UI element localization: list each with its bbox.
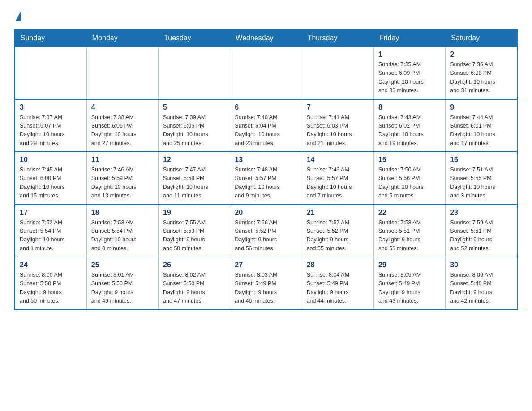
day-number: 22 <box>378 209 441 217</box>
calendar-day-cell: 23Sunrise: 7:59 AM Sunset: 5:51 PM Dayli… <box>446 205 517 257</box>
day-info: Sunrise: 7:51 AM Sunset: 5:55 PM Dayligh… <box>450 166 512 201</box>
day-number: 12 <box>163 156 225 164</box>
day-number: 15 <box>378 156 441 164</box>
day-info: Sunrise: 7:59 AM Sunset: 5:51 PM Dayligh… <box>450 218 512 253</box>
day-number: 30 <box>450 261 512 269</box>
day-number: 1 <box>378 51 441 59</box>
day-number: 25 <box>91 261 154 269</box>
day-number: 16 <box>450 156 512 164</box>
weekday-header-wednesday: Wednesday <box>230 29 302 47</box>
day-number: 11 <box>91 156 154 164</box>
calendar-day-cell: 21Sunrise: 7:57 AM Sunset: 5:52 PM Dayli… <box>302 205 373 257</box>
day-number: 6 <box>235 103 297 111</box>
weekday-header-sunday: Sunday <box>15 29 86 47</box>
calendar-day-cell <box>230 47 302 99</box>
day-info: Sunrise: 7:46 AM Sunset: 5:59 PM Dayligh… <box>91 166 154 201</box>
calendar-day-cell: 29Sunrise: 8:05 AM Sunset: 5:49 PM Dayli… <box>373 257 445 310</box>
weekday-header-row: SundayMondayTuesdayWednesdayThursdayFrid… <box>15 29 517 47</box>
calendar-day-cell: 30Sunrise: 8:06 AM Sunset: 5:48 PM Dayli… <box>446 257 517 310</box>
day-info: Sunrise: 7:49 AM Sunset: 5:57 PM Dayligh… <box>307 166 369 201</box>
day-number: 18 <box>91 209 154 217</box>
calendar-table: SundayMondayTuesdayWednesdayThursdayFrid… <box>14 29 518 310</box>
day-info: Sunrise: 7:39 AM Sunset: 6:05 PM Dayligh… <box>163 113 225 148</box>
day-info: Sunrise: 7:37 AM Sunset: 6:07 PM Dayligh… <box>20 113 82 148</box>
calendar-day-cell: 25Sunrise: 8:01 AM Sunset: 5:50 PM Dayli… <box>86 257 158 310</box>
day-number: 23 <box>450 209 512 217</box>
calendar-day-cell: 20Sunrise: 7:56 AM Sunset: 5:52 PM Dayli… <box>230 205 302 257</box>
day-info: Sunrise: 7:58 AM Sunset: 5:51 PM Dayligh… <box>378 218 441 253</box>
day-info: Sunrise: 8:00 AM Sunset: 5:50 PM Dayligh… <box>20 271 82 306</box>
day-info: Sunrise: 7:45 AM Sunset: 6:00 PM Dayligh… <box>20 166 82 201</box>
weekday-header-thursday: Thursday <box>302 29 373 47</box>
day-number: 10 <box>20 156 82 164</box>
calendar-day-cell: 1Sunrise: 7:35 AM Sunset: 6:09 PM Daylig… <box>373 47 445 99</box>
calendar-day-cell: 5Sunrise: 7:39 AM Sunset: 6:05 PM Daylig… <box>159 99 230 152</box>
day-info: Sunrise: 7:35 AM Sunset: 6:09 PM Dayligh… <box>378 60 441 95</box>
day-number: 19 <box>163 209 225 217</box>
calendar-day-cell: 3Sunrise: 7:37 AM Sunset: 6:07 PM Daylig… <box>15 99 86 152</box>
day-number: 29 <box>378 261 441 269</box>
day-info: Sunrise: 7:38 AM Sunset: 6:06 PM Dayligh… <box>91 113 154 148</box>
page-header <box>14 11 518 21</box>
day-info: Sunrise: 8:05 AM Sunset: 5:49 PM Dayligh… <box>378 271 441 306</box>
calendar-day-cell: 13Sunrise: 7:48 AM Sunset: 5:57 PM Dayli… <box>230 152 302 205</box>
calendar-day-cell: 9Sunrise: 7:44 AM Sunset: 6:01 PM Daylig… <box>446 99 517 152</box>
day-number: 2 <box>450 51 512 59</box>
day-info: Sunrise: 8:03 AM Sunset: 5:49 PM Dayligh… <box>235 271 297 306</box>
day-number: 13 <box>235 156 297 164</box>
calendar-week-row: 17Sunrise: 7:52 AM Sunset: 5:54 PM Dayli… <box>15 205 517 257</box>
day-info: Sunrise: 7:36 AM Sunset: 6:08 PM Dayligh… <box>450 60 512 95</box>
calendar-day-cell: 19Sunrise: 7:55 AM Sunset: 5:53 PM Dayli… <box>159 205 230 257</box>
weekday-header-tuesday: Tuesday <box>159 29 230 47</box>
day-info: Sunrise: 7:52 AM Sunset: 5:54 PM Dayligh… <box>20 218 82 253</box>
day-number: 17 <box>20 209 82 217</box>
calendar-day-cell: 15Sunrise: 7:50 AM Sunset: 5:56 PM Dayli… <box>373 152 445 205</box>
calendar-day-cell: 14Sunrise: 7:49 AM Sunset: 5:57 PM Dayli… <box>302 152 373 205</box>
day-info: Sunrise: 8:06 AM Sunset: 5:48 PM Dayligh… <box>450 271 512 306</box>
day-info: Sunrise: 7:48 AM Sunset: 5:57 PM Dayligh… <box>235 166 297 201</box>
calendar-day-cell: 11Sunrise: 7:46 AM Sunset: 5:59 PM Dayli… <box>86 152 158 205</box>
day-number: 4 <box>91 103 154 111</box>
day-number: 26 <box>163 261 225 269</box>
calendar-day-cell: 26Sunrise: 8:02 AM Sunset: 5:50 PM Dayli… <box>159 257 230 310</box>
calendar-day-cell: 4Sunrise: 7:38 AM Sunset: 6:06 PM Daylig… <box>86 99 158 152</box>
day-number: 8 <box>378 103 441 111</box>
calendar-week-row: 3Sunrise: 7:37 AM Sunset: 6:07 PM Daylig… <box>15 99 517 152</box>
calendar-day-cell: 7Sunrise: 7:41 AM Sunset: 6:03 PM Daylig… <box>302 99 373 152</box>
weekday-header-friday: Friday <box>373 29 445 47</box>
day-number: 24 <box>20 261 82 269</box>
logo <box>14 11 21 21</box>
day-info: Sunrise: 7:47 AM Sunset: 5:58 PM Dayligh… <box>163 166 225 201</box>
day-info: Sunrise: 7:44 AM Sunset: 6:01 PM Dayligh… <box>450 113 512 148</box>
calendar-day-cell: 2Sunrise: 7:36 AM Sunset: 6:08 PM Daylig… <box>446 47 517 99</box>
day-info: Sunrise: 8:04 AM Sunset: 5:49 PM Dayligh… <box>307 271 369 306</box>
calendar-day-cell: 6Sunrise: 7:40 AM Sunset: 6:04 PM Daylig… <box>230 99 302 152</box>
calendar-week-row: 1Sunrise: 7:35 AM Sunset: 6:09 PM Daylig… <box>15 47 517 99</box>
day-number: 14 <box>307 156 369 164</box>
day-number: 27 <box>235 261 297 269</box>
weekday-header-monday: Monday <box>86 29 158 47</box>
calendar-day-cell: 18Sunrise: 7:53 AM Sunset: 5:54 PM Dayli… <box>86 205 158 257</box>
calendar-day-cell: 10Sunrise: 7:45 AM Sunset: 6:00 PM Dayli… <box>15 152 86 205</box>
day-info: Sunrise: 7:41 AM Sunset: 6:03 PM Dayligh… <box>307 113 369 148</box>
calendar-day-cell: 28Sunrise: 8:04 AM Sunset: 5:49 PM Dayli… <box>302 257 373 310</box>
calendar-day-cell <box>15 47 86 99</box>
calendar-day-cell <box>302 47 373 99</box>
logo-triangle-icon <box>15 12 21 21</box>
calendar-day-cell: 22Sunrise: 7:58 AM Sunset: 5:51 PM Dayli… <box>373 205 445 257</box>
day-number: 20 <box>235 209 297 217</box>
day-info: Sunrise: 7:40 AM Sunset: 6:04 PM Dayligh… <box>235 113 297 148</box>
day-info: Sunrise: 7:53 AM Sunset: 5:54 PM Dayligh… <box>91 218 154 253</box>
calendar-week-row: 10Sunrise: 7:45 AM Sunset: 6:00 PM Dayli… <box>15 152 517 205</box>
day-number: 3 <box>20 103 82 111</box>
calendar-day-cell: 12Sunrise: 7:47 AM Sunset: 5:58 PM Dayli… <box>159 152 230 205</box>
day-info: Sunrise: 8:01 AM Sunset: 5:50 PM Dayligh… <box>91 271 154 306</box>
day-number: 28 <box>307 261 369 269</box>
calendar-day-cell: 24Sunrise: 8:00 AM Sunset: 5:50 PM Dayli… <box>15 257 86 310</box>
day-info: Sunrise: 7:57 AM Sunset: 5:52 PM Dayligh… <box>307 218 369 253</box>
day-info: Sunrise: 7:56 AM Sunset: 5:52 PM Dayligh… <box>235 218 297 253</box>
day-number: 21 <box>307 209 369 217</box>
calendar-day-cell <box>86 47 158 99</box>
calendar-day-cell: 16Sunrise: 7:51 AM Sunset: 5:55 PM Dayli… <box>446 152 517 205</box>
day-info: Sunrise: 7:50 AM Sunset: 5:56 PM Dayligh… <box>378 166 441 201</box>
